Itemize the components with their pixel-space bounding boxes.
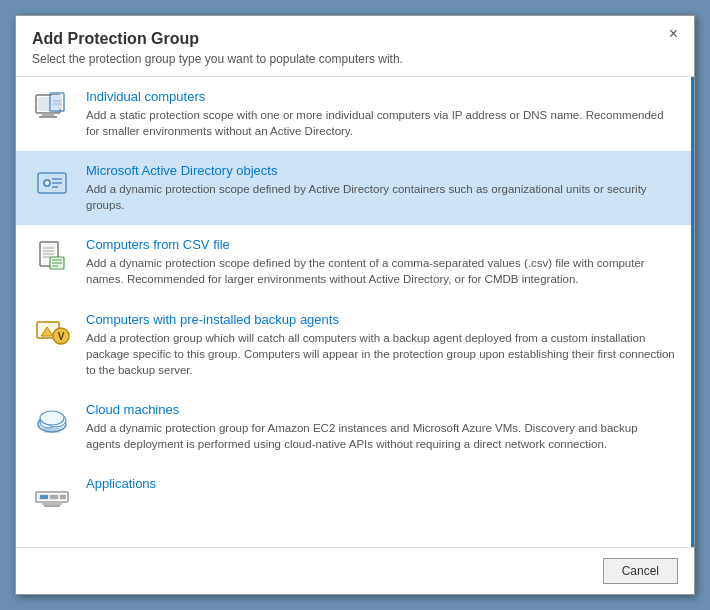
item-individual-computers[interactable]: Individual computers Add a static protec… <box>16 77 691 151</box>
item-active-directory[interactable]: Microsoft Active Directory objects Add a… <box>16 151 691 225</box>
backup-agents-icon: V <box>32 312 72 352</box>
applications-icon <box>32 476 72 516</box>
individual-computers-icon <box>32 89 72 129</box>
svg-rect-3 <box>39 116 57 118</box>
items-list: Individual computers Add a static protec… <box>16 77 694 547</box>
svg-rect-41 <box>44 505 60 507</box>
item-csv-file[interactable]: Computers from CSV file Add a dynamic pr… <box>16 225 691 299</box>
svg-point-11 <box>45 181 49 185</box>
backup-agents-desc: Add a protection group which will catch … <box>86 330 675 378</box>
csv-file-title: Computers from CSV file <box>86 237 675 252</box>
backup-agents-title: Computers with pre-installed backup agen… <box>86 312 675 327</box>
individual-computers-desc: Add a static protection scope with one o… <box>86 107 675 139</box>
active-directory-text: Microsoft Active Directory objects Add a… <box>86 163 675 213</box>
item-cloud-machines[interactable]: Cloud machines Add a dynamic protection … <box>16 390 691 464</box>
svg-text:V: V <box>58 331 65 342</box>
dialog-subtitle: Select the protection group type you wan… <box>32 52 678 66</box>
svg-rect-38 <box>50 495 58 499</box>
csv-file-text: Computers from CSV file Add a dynamic pr… <box>86 237 675 287</box>
svg-rect-5 <box>52 95 62 109</box>
item-applications[interactable]: Applications <box>16 464 691 528</box>
svg-rect-37 <box>40 495 48 499</box>
close-button[interactable]: × <box>663 24 684 44</box>
cloud-machines-text: Cloud machines Add a dynamic protection … <box>86 402 675 452</box>
csv-file-icon <box>32 237 72 277</box>
csv-file-desc: Add a dynamic protection scope defined b… <box>86 255 675 287</box>
active-directory-desc: Add a dynamic protection scope defined b… <box>86 181 675 213</box>
individual-computers-text: Individual computers Add a static protec… <box>86 89 675 139</box>
cloud-machines-desc: Add a dynamic protection group for Amazo… <box>86 420 675 452</box>
applications-title: Applications <box>86 476 675 491</box>
applications-text: Applications <box>86 476 675 494</box>
dialog-footer: Cancel <box>16 547 694 594</box>
svg-rect-2 <box>42 113 54 116</box>
active-directory-icon <box>32 163 72 203</box>
svg-point-33 <box>40 411 64 425</box>
svg-rect-39 <box>60 495 66 499</box>
cancel-button[interactable]: Cancel <box>603 558 678 584</box>
svg-rect-34 <box>44 428 60 433</box>
item-backup-agents[interactable]: V Computers with pre-installed backup ag… <box>16 300 691 390</box>
svg-rect-40 <box>42 502 62 505</box>
add-protection-group-dialog: Add Protection Group Select the protecti… <box>15 15 695 595</box>
cloud-machines-title: Cloud machines <box>86 402 675 417</box>
cloud-machines-icon <box>32 402 72 442</box>
dialog-title: Add Protection Group <box>32 30 678 48</box>
individual-computers-title: Individual computers <box>86 89 675 104</box>
backup-agents-text: Computers with pre-installed backup agen… <box>86 312 675 378</box>
active-directory-title: Microsoft Active Directory objects <box>86 163 675 178</box>
dialog-header: Add Protection Group Select the protecti… <box>16 16 694 76</box>
